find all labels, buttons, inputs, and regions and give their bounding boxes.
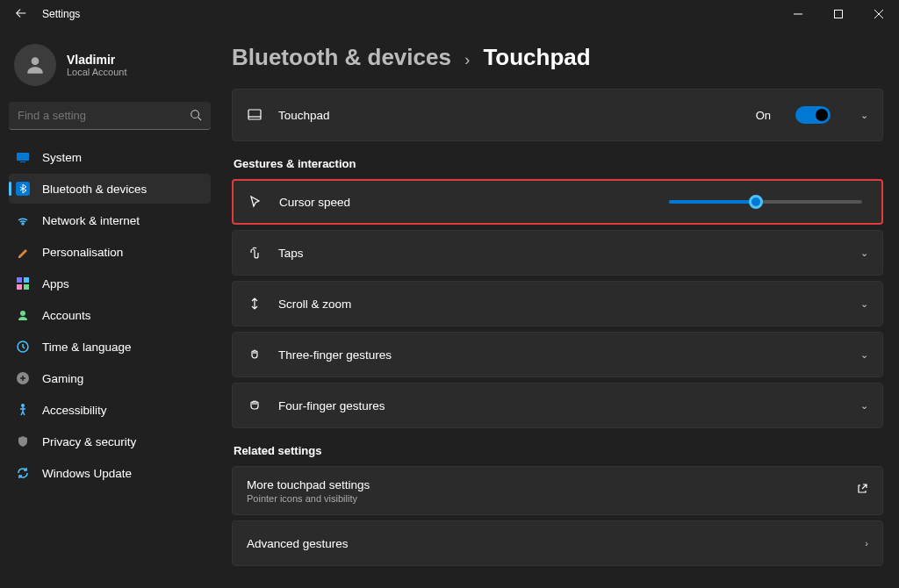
chevron-right-icon: › bbox=[464, 51, 470, 68]
advanced-gestures-label: Advanced gestures bbox=[247, 537, 349, 550]
profile-type: Local Account bbox=[67, 67, 127, 77]
sidebar-item-label: System bbox=[42, 151, 82, 164]
scroll-zoom-row[interactable]: Scroll & zoom ⌄ bbox=[232, 281, 883, 326]
sidebar-item-network[interactable]: Network & internet bbox=[9, 205, 211, 235]
advanced-gestures-row[interactable]: Advanced gestures › bbox=[232, 520, 883, 566]
svg-point-4 bbox=[32, 57, 40, 65]
breadcrumb-parent[interactable]: Bluetooth & devices bbox=[232, 44, 451, 70]
sidebar-item-label: Privacy & security bbox=[42, 435, 136, 448]
more-touchpad-label: More touchpad settings bbox=[247, 478, 370, 491]
taps-label: Taps bbox=[278, 247, 304, 260]
accounts-icon bbox=[16, 308, 30, 322]
gaming-icon bbox=[16, 371, 30, 385]
touchpad-icon bbox=[247, 107, 263, 123]
svg-point-17 bbox=[21, 404, 25, 407]
close-button[interactable] bbox=[859, 0, 899, 28]
sidebar-item-apps[interactable]: Apps bbox=[9, 269, 211, 298]
accessibility-icon bbox=[16, 403, 30, 417]
breadcrumb-current: Touchpad bbox=[483, 44, 590, 70]
sidebar-item-personalisation[interactable]: Personalisation bbox=[9, 237, 211, 267]
maximize-button[interactable] bbox=[818, 0, 859, 28]
sidebar-item-privacy[interactable]: Privacy & security bbox=[9, 427, 211, 456]
bluetooth-icon bbox=[16, 182, 30, 196]
back-button[interactable] bbox=[12, 7, 30, 22]
sidebar-item-label: Accessibility bbox=[42, 404, 107, 417]
touchpad-label: Touchpad bbox=[278, 109, 330, 122]
chevron-down-icon: ⌄ bbox=[860, 298, 868, 310]
scroll-label: Scroll & zoom bbox=[278, 298, 351, 311]
section-heading-related: Related settings bbox=[234, 444, 883, 457]
personalisation-icon bbox=[16, 245, 30, 259]
avatar bbox=[14, 44, 56, 86]
toggle-state-text: On bbox=[756, 109, 771, 122]
sidebar-item-accounts[interactable]: Accounts bbox=[9, 300, 211, 330]
svg-rect-10 bbox=[17, 277, 22, 283]
svg-rect-12 bbox=[17, 284, 22, 290]
taps-row[interactable]: Taps ⌄ bbox=[232, 230, 883, 276]
cursor-icon bbox=[248, 194, 263, 210]
search-icon bbox=[190, 109, 202, 125]
chevron-down-icon: ⌄ bbox=[860, 400, 868, 412]
svg-rect-8 bbox=[20, 161, 25, 162]
sidebar-item-system[interactable]: System bbox=[9, 142, 211, 172]
sidebar-item-label: Apps bbox=[42, 277, 69, 290]
svg-line-6 bbox=[198, 118, 202, 121]
sidebar-item-label: Time & language bbox=[42, 341, 132, 354]
external-link-icon bbox=[856, 483, 868, 498]
four-finger-label: Four-finger gestures bbox=[278, 399, 385, 412]
three-finger-row[interactable]: Three-finger gestures ⌄ bbox=[232, 332, 883, 377]
svg-point-14 bbox=[20, 311, 25, 316]
cursor-speed-card[interactable]: Cursor speed bbox=[232, 179, 883, 225]
taps-icon bbox=[247, 245, 263, 261]
nav-list: System Bluetooth & devices Network & int… bbox=[9, 142, 211, 488]
cursor-speed-slider[interactable] bbox=[669, 200, 862, 204]
breadcrumb: Bluetooth & devices › Touchpad bbox=[232, 44, 883, 71]
minimize-button[interactable] bbox=[778, 0, 818, 28]
sidebar: Vladimir Local Account System Bluetooth … bbox=[0, 28, 219, 588]
profile-name: Vladimir bbox=[67, 53, 127, 67]
main-content: Bluetooth & devices › Touchpad Touchpad … bbox=[219, 28, 899, 588]
sidebar-item-label: Accounts bbox=[42, 309, 91, 322]
four-finger-row[interactable]: Four-finger gestures ⌄ bbox=[232, 383, 883, 428]
four-finger-icon bbox=[247, 398, 263, 413]
window-title: Settings bbox=[42, 8, 80, 20]
search-box[interactable] bbox=[9, 102, 211, 130]
sidebar-item-label: Network & internet bbox=[42, 214, 140, 227]
titlebar: Settings bbox=[0, 0, 899, 28]
sidebar-item-update[interactable]: Windows Update bbox=[9, 458, 211, 488]
cursor-speed-label: Cursor speed bbox=[279, 196, 350, 209]
svg-rect-18 bbox=[248, 110, 261, 119]
sidebar-item-label: Bluetooth & devices bbox=[42, 183, 147, 196]
apps-icon bbox=[16, 276, 30, 290]
chevron-down-icon: ⌄ bbox=[860, 349, 868, 361]
svg-rect-13 bbox=[24, 284, 29, 290]
search-input[interactable] bbox=[9, 102, 211, 130]
system-icon bbox=[16, 150, 30, 164]
chevron-down-icon[interactable]: ⌄ bbox=[860, 110, 868, 121]
section-heading-gestures: Gestures & interaction bbox=[234, 157, 883, 170]
three-finger-label: Three-finger gestures bbox=[278, 348, 392, 362]
svg-point-5 bbox=[191, 111, 199, 118]
svg-rect-7 bbox=[17, 153, 29, 161]
sidebar-item-bluetooth[interactable]: Bluetooth & devices bbox=[9, 174, 211, 204]
scroll-icon bbox=[247, 296, 263, 312]
update-icon bbox=[16, 466, 30, 480]
more-touchpad-row[interactable]: More touchpad settings Pointer icons and… bbox=[232, 466, 883, 515]
network-icon bbox=[16, 213, 30, 227]
three-finger-icon bbox=[247, 347, 263, 362]
svg-rect-11 bbox=[24, 277, 29, 283]
sidebar-item-label: Windows Update bbox=[42, 467, 132, 480]
chevron-right-icon: › bbox=[865, 538, 868, 549]
touchpad-master-card[interactable]: Touchpad On ⌄ bbox=[232, 89, 883, 141]
more-touchpad-sub: Pointer icons and visibility bbox=[247, 493, 370, 504]
sidebar-item-time[interactable]: Time & language bbox=[9, 332, 211, 362]
sidebar-item-gaming[interactable]: Gaming bbox=[9, 363, 211, 393]
profile-block[interactable]: Vladimir Local Account bbox=[9, 37, 211, 102]
sidebar-item-accessibility[interactable]: Accessibility bbox=[9, 395, 211, 425]
touchpad-toggle[interactable] bbox=[795, 106, 831, 124]
chevron-down-icon: ⌄ bbox=[860, 247, 868, 259]
svg-rect-1 bbox=[835, 11, 843, 18]
privacy-icon bbox=[16, 434, 30, 448]
time-icon bbox=[16, 340, 30, 354]
sidebar-item-label: Gaming bbox=[42, 372, 83, 385]
